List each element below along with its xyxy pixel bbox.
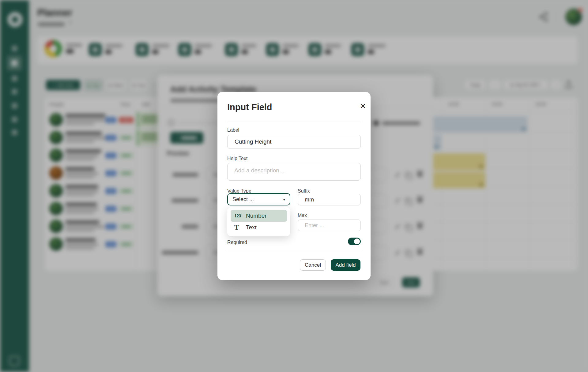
- max-label: Max: [298, 213, 307, 218]
- suffix-label: Suffix: [298, 188, 310, 194]
- required-toggle[interactable]: [348, 238, 361, 245]
- cancel-button[interactable]: Cancel: [300, 259, 326, 271]
- help-text-input[interactable]: [227, 163, 361, 181]
- toggle-knob: [354, 239, 360, 244]
- value-type-selected: Select ...: [232, 196, 254, 203]
- divider: [227, 252, 361, 252]
- suffix-input[interactable]: [298, 194, 361, 205]
- max-input[interactable]: [298, 220, 361, 231]
- input-field-modal: Input Field × Label Help Text Value Type…: [217, 92, 371, 280]
- label-field-label: Label: [227, 127, 239, 133]
- required-label: Required: [227, 240, 247, 245]
- dropdown-option-number[interactable]: 123 Number: [231, 210, 287, 222]
- value-type-select[interactable]: Select ... ▾: [227, 193, 290, 205]
- add-field-button[interactable]: Add field: [331, 259, 360, 271]
- chevron-down-icon: ▾: [283, 197, 285, 202]
- value-type-dropdown: 123 Number T Text: [227, 207, 290, 236]
- text-icon: T: [234, 224, 243, 231]
- dropdown-option-text[interactable]: T Text: [231, 222, 287, 233]
- help-text-label: Help Text: [227, 156, 247, 161]
- number-icon: 123: [234, 213, 243, 218]
- label-input[interactable]: [227, 135, 361, 149]
- modal-title: Input Field: [227, 102, 272, 112]
- close-icon[interactable]: ×: [357, 100, 369, 112]
- divider: [227, 122, 361, 122]
